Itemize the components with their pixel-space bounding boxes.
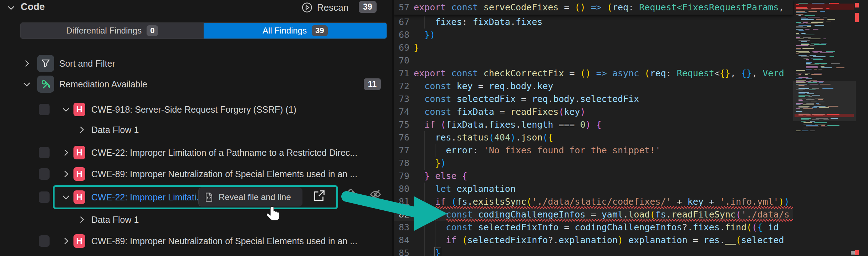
token: : [628,2,639,12]
code-editor[interactable]: 67fixes: fixData.fixes68})69}7071export … [394,0,868,256]
tree-item-data-flow[interactable]: Data Flow 1 [0,120,393,140]
minimap-line [810,45,815,46]
tree-item-data-flow[interactable]: Data Flow 1 [0,210,393,230]
code-line-81[interactable]: 81if (fs.existsSync('./data/static/codef… [394,195,793,208]
token: fixes [435,17,462,27]
finding-checkbox[interactable] [39,235,50,247]
overview-ruler-error-mark [855,13,859,22]
code-text: }) [424,29,435,41]
code-line-72[interactable]: 72const key = req.body.key [394,80,793,93]
panel-collapse-chevron-icon[interactable] [6,3,16,12]
chevron-down-icon[interactable] [61,105,71,114]
tree-item-finding[interactable]: HCWE-89: Improper Neutralization of Spec… [0,231,393,251]
finding-checkbox[interactable] [39,104,50,115]
code-lines: 67fixes: fixData.fixes68})69}7071export … [394,16,793,256]
code-line-69[interactable]: 69} [394,41,793,54]
code-line-78[interactable]: 78}) [394,157,793,170]
chevron-right-icon[interactable] [61,236,71,246]
tab-differential-findings[interactable]: Differential Findings0 [21,23,204,39]
minimap-line [798,3,808,4]
minimap-line [821,127,827,127]
finding-checkbox[interactable] [39,147,50,158]
token: === [553,119,580,130]
code-line-83[interactable]: 83const selectedFixInfo = codingChalleng… [394,221,793,234]
line-number: 75 [394,118,409,131]
minimap-line [798,74,801,75]
severity-high-badge: H [73,234,85,248]
minimap-slider[interactable] [793,81,856,121]
code-line-68[interactable]: 68}) [394,29,793,41]
token: ( [752,222,757,232]
token: . [623,209,628,220]
token [451,81,456,91]
ignore-eye-off-icon[interactable] [369,188,383,201]
indent-guide [414,93,414,106]
reveal-button-label: Reveal file and line [219,192,291,202]
chevron-right-icon[interactable] [61,169,71,179]
tools-icon [37,76,54,93]
minimap[interactable] [793,0,868,256]
code-line-79[interactable]: 79} else { [394,170,793,183]
tree-item-finding[interactable]: HCWE-89: Improper Neutralization of Spec… [0,164,393,184]
minimap-line [801,41,807,42]
minimap-line [806,78,812,79]
token: } [435,248,440,256]
tree-item-finding[interactable]: HCWE-22: Improper Limitati... [0,185,393,209]
minimap-line [796,45,808,46]
code-line-76[interactable]: 76res.status(404).json({ [394,131,793,144]
minimap-line [813,56,825,57]
minimap-line [801,44,810,45]
chevron-right-icon[interactable] [77,215,86,224]
tree-item-finding[interactable]: HCWE-22: Improper Limitation of a Pathna… [0,143,393,163]
code-line-71[interactable]: 71export const checkCorrectFix = () => a… [394,67,793,80]
chevron-down-icon[interactable] [22,80,31,89]
tree-item-finding[interactable]: HCWE-918: Server-Side Request Forgery (S… [0,99,393,119]
tree-group-remediation-available[interactable]: Remediation Available11 [0,74,393,94]
apply-fix-tools-icon[interactable] [347,188,361,201]
indent-guide [435,144,435,157]
code-line-80[interactable]: 80let explanation [394,183,793,195]
code-line-67[interactable]: 67fixes: fixData.fixes [394,16,793,29]
chevron-right-icon[interactable] [77,125,86,134]
code-line-57[interactable]: 57export const serveCodeFixes = () => (r… [394,0,793,15]
line-number: 82 [394,208,409,221]
line-number: 81 [394,195,409,208]
open-external-icon[interactable] [312,189,326,203]
token: status [456,132,489,143]
chevron-right-icon[interactable] [22,59,31,68]
finding-checkbox[interactable] [39,168,50,180]
tab-all-findings[interactable]: All Findings39 [204,23,387,39]
chevron-down-icon[interactable] [61,193,71,202]
sticky-scroll-line[interactable]: 57export const serveCodeFixes = () => (r… [394,0,793,15]
minimap-line [821,43,827,43]
code-line-74[interactable]: 74const fixData = readFixes(key) [394,106,793,118]
reveal-file-and-line-button[interactable]: Reveal file and line [198,188,302,206]
code-line-82[interactable]: 82const codingChallengeInfos = yaml.load… [394,208,793,221]
code-line-73[interactable]: 73const selectedFix = req.body.selectedF… [394,93,793,106]
token: const [424,107,451,117]
code-line-85[interactable]: 85} [394,247,793,256]
findings-tab-bar: Differential Findings0All Findings39 [20,22,387,39]
line-number: 73 [394,93,409,106]
token: ( [644,68,650,78]
code-line-75[interactable]: 75if (fixData.fixes.length === 0) { [394,118,793,131]
tree-group-sort-and-filter[interactable]: Sort and Filter [0,53,393,73]
code-line-77[interactable]: 77error: 'No fixes found for the snippet… [394,144,793,157]
code-line-70[interactable]: 70 [394,54,793,67]
rescan-button[interactable]: Rescan [301,1,348,14]
chevron-right-icon[interactable] [61,148,71,157]
indent-guide [414,234,414,247]
token: './data/s [741,209,789,220]
indent-guide [414,183,414,195]
token: codingChallengeInfos [478,209,586,220]
finding-checkbox[interactable] [39,191,50,203]
code-text: if (fixData.fixes.length === 0) { [424,118,602,131]
token: fixes [516,17,542,27]
indent-guide [424,234,425,247]
token: ) [510,132,516,143]
minimap-line [823,17,827,17]
token: }) [424,30,435,40]
minimap-line [806,67,818,68]
code-line-84[interactable]: 84if (selectedFixInfo?.explanation) expl… [394,234,793,247]
token: 'No fixes found for the snippet!' [484,145,661,155]
